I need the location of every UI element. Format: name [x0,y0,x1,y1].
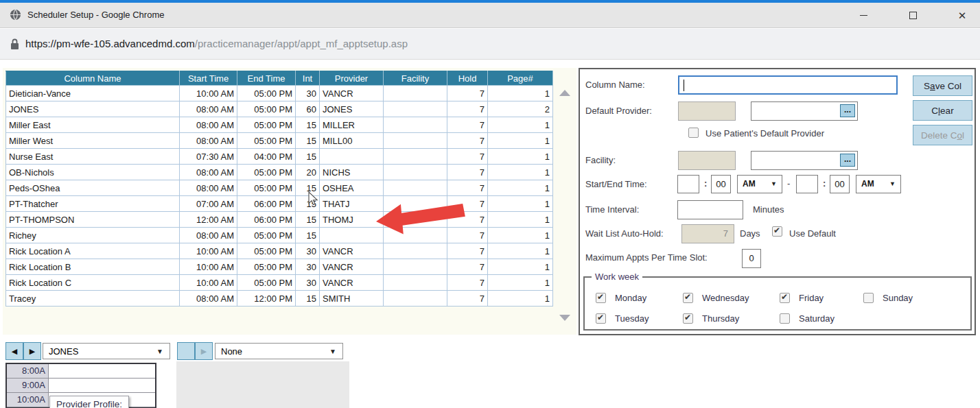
cell-end-time: 05:00 PM [237,228,296,243]
provider2-dropdown[interactable]: None▼ [215,343,343,359]
use-patients-default-checkbox[interactable] [688,128,699,138]
day-label: Thursday [702,313,739,324]
clear-button[interactable]: Clear [913,100,972,121]
table-row[interactable]: Nurse East 07:30 AM 04:00 PM 15 7 1 [6,149,553,165]
end-minute-input[interactable]: 00 [830,175,850,193]
cell-page: 1 [488,259,553,275]
address-bar[interactable]: https://pm-wfe-105.advancedmd.com/practi… [0,29,980,60]
column-header-end-time[interactable]: End Time [237,71,296,86]
facility-lookup-input[interactable]: ... [751,151,858,170]
table-row[interactable]: Miller East 08:00 AM 05:00 PM 15 MILLER … [6,117,553,133]
table-row[interactable]: PT-Thatcher 07:00 AM 06:00 PM 15 THATJ 7… [6,196,553,212]
cell-provider [320,149,384,165]
table-row[interactable]: Peds-OShea 08:00 AM 05:00 PM 15 OSHEA 7 … [6,180,553,196]
schedule-slot[interactable] [49,379,155,393]
maximize-button[interactable] [897,3,929,28]
end-hour-input[interactable] [796,175,818,193]
cell-end-time: 05:00 PM [237,275,296,291]
globe-favicon-icon [10,9,21,21]
empty-schedule-area [176,361,349,408]
work-week-grid: Monday Tuesday Wednesday Thursday [596,287,913,328]
cell-hold: 7 [447,117,488,133]
provider1-prev-button[interactable]: ◀ [5,342,23,360]
table-row[interactable]: JONES 08:00 AM 05:00 PM 60 JONES 7 2 [6,101,553,117]
max-appts-input[interactable]: 0 [742,249,761,268]
url-text[interactable]: https://pm-wfe-105.advancedmd.com/practi… [25,38,408,49]
provider2-next-button[interactable]: ▶ [195,342,213,360]
scroll-down-icon[interactable] [559,315,570,321]
workweek-day-item: Sunday [863,287,913,308]
provider1-dropdown[interactable]: JONES▼ [43,343,170,359]
cell-end-time: 06:00 PM [237,212,296,228]
day-checkbox[interactable] [596,313,606,324]
cell-column-name: Miller East [6,117,180,133]
cell-provider: VANCR [320,259,384,275]
cell-provider: SMITH [320,291,384,307]
day-checkbox[interactable] [780,293,790,303]
cell-facility [384,133,447,149]
cell-column-name: PT-Thatcher [6,196,180,212]
minimize-button[interactable] [848,3,879,28]
cell-hold: 7 [447,259,488,275]
facility-label: Facility: [585,155,616,165]
scroll-up-icon[interactable] [559,90,570,96]
use-patients-default-label: Use Patient's Default Provider [705,128,824,139]
cell-start-time: 10:00 AM [180,86,237,101]
column-name-input[interactable] [678,75,898,95]
cell-column-name: JONES [6,101,180,117]
use-default-checkbox[interactable] [772,226,782,237]
day-checkbox[interactable] [683,313,693,324]
provider1-next-button[interactable]: ▶ [23,342,41,360]
table-row[interactable]: Tracey 08:00 AM 12:00 PM 15 SMITH 7 1 [6,291,553,307]
schedule-row: 8:00A [7,364,155,379]
column-header-facility[interactable]: Facility [384,71,447,86]
column-header-name[interactable]: Column Name [6,71,180,86]
schedule-slot[interactable] [49,364,155,379]
cell-int: 30 [296,259,320,275]
cell-start-time: 12:00 AM [180,212,237,228]
day-checkbox[interactable] [863,293,874,303]
column-header-provider[interactable]: Provider [320,71,384,86]
start-minute-input[interactable]: 00 [711,175,731,193]
cell-hold: 7 [447,149,488,165]
end-ampm-select[interactable]: AM▼ [856,175,901,193]
facility-browse-button[interactable]: ... [840,154,855,167]
maximize-icon [909,12,917,19]
table-row[interactable]: PT-THOMPSON 12:00 AM 06:00 PM 15 THOMJ 7… [6,212,553,228]
workweek-day-item: Tuesday [596,308,683,328]
start-ampm-select[interactable]: AM▼ [737,175,782,193]
column-header-page[interactable]: Page# [488,71,553,86]
table-row[interactable]: Rick Location C 10:00 AM 05:00 PM 30 VAN… [6,275,553,291]
table-row[interactable]: OB-Nichols 08:00 AM 05:00 PM 20 NICHS 7 … [6,165,553,180]
table-row[interactable]: Rick Location B 10:00 AM 05:00 PM 30 VAN… [6,259,553,275]
cell-hold: 7 [447,86,488,101]
table-row[interactable]: Miller West 08:00 AM 05:00 PM 15 MILL00 … [6,133,553,149]
cell-facility [384,259,447,275]
default-provider-browse-button[interactable]: ... [840,104,855,117]
provider2-prev-button[interactable] [177,342,195,360]
day-checkbox[interactable] [683,293,693,303]
column-header-start-time[interactable]: Start Time [180,71,237,86]
delete-col-button[interactable]: Delete Col [913,125,972,145]
close-button[interactable]: ✕ [946,3,978,28]
day-checkbox[interactable] [780,313,790,324]
cell-column-name: Dietician-Vance [6,86,180,101]
minutes-label: Minutes [753,204,784,215]
cell-int: 30 [296,275,320,291]
column-header-int[interactable]: Int [296,71,320,86]
cell-start-time: 10:00 AM [180,275,237,291]
column-header-hold[interactable]: Hold [447,71,488,86]
prev-arrow-icon: ◀ [12,347,17,356]
time-interval-input[interactable] [677,200,743,219]
day-checkbox[interactable] [596,293,606,303]
table-row[interactable]: Richey 08:00 AM 05:00 PM 15 7 1 [6,228,553,243]
save-col-button[interactable]: Save Col [913,75,972,96]
table-row[interactable]: Rick Location A 10:00 AM 05:00 PM 30 VAN… [6,243,553,259]
cell-provider: MILLER [320,117,384,133]
table-row[interactable]: Dietician-Vance 10:00 AM 05:00 PM 30 VAN… [6,86,553,101]
default-provider-lookup-input[interactable]: ... [751,101,858,121]
start-hour-input[interactable] [677,175,699,193]
cell-end-time: 06:00 PM [237,196,296,212]
cell-end-time: 05:00 PM [237,117,296,133]
cell-end-time: 05:00 PM [237,86,296,101]
